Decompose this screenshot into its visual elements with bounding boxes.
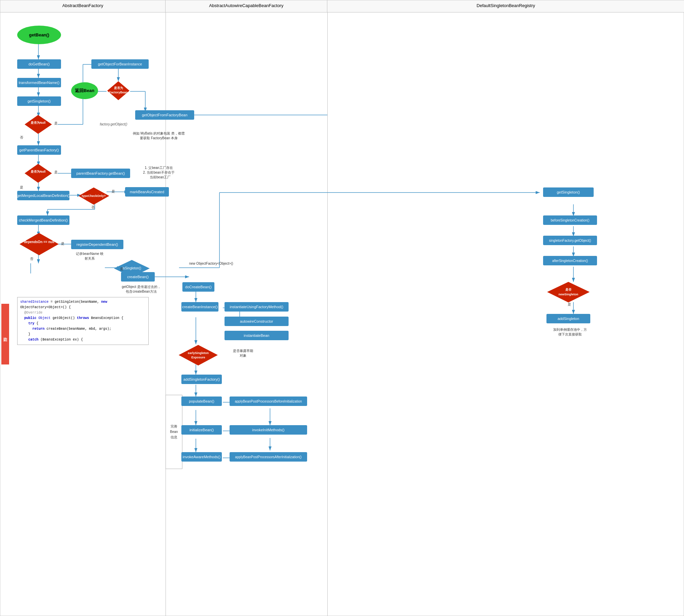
getBean-node: getBean() [17,26,61,44]
svg-marker-57 [25,164,52,183]
earlySingletonExposure-diamond: earlySingleton Exposure [178,344,218,366]
newObjectFactory-label: new ObjectFactory<Object>() [189,262,233,265]
svg-text:earlySingleton: earlySingleton [188,351,209,355]
svg-marker-61 [20,233,59,255]
getObjectFromFactoryBean-node: getObjectFromFactoryBean [135,110,194,120]
markBeanAsCreated-node: markBeanAsCreated [125,187,169,197]
doCreateBean-node: doCreateBean() [182,282,214,292]
createBean-node: createBean() [121,272,155,282]
isNull1-no-label: 否 [20,135,23,140]
getSingleton1-node: getSingleton() [17,96,61,106]
applyBefore-node: applyBeanPostProcessorsBeforeInitializat… [229,396,307,406]
column-headers: AbstractBeanFactory AbstractAutowireCapa… [0,0,684,13]
svg-text:是否为Null: 是否为Null [31,170,45,173]
col1-header: AbstractBeanFactory [0,0,166,12]
transformedBeanName-node: transformedBeanName() [17,78,61,87]
beforeSingletonCreation-node: beforeSingletonCreation() [543,216,597,225]
createBeanInstance-node: createBeanInstance() [181,302,218,311]
col-divider-2 [327,13,328,616]
autowireConstructor-node: autowireConstructor [224,316,289,326]
factoryBean-note: 例如 MyBatis 的对象包装 类，都需要获取 FactoryBean 本身 [132,131,186,140]
svg-marker-55 [25,115,52,134]
isFactoryBean-diamond: 是否为 FactoryBean [107,81,130,101]
col-divider-1 [166,13,166,616]
isNull2-yes-label: 是 [54,170,58,175]
completeBeanInfo-label: 完善Bean信息 [166,395,182,469]
invokeInitMethods-node: invokeInitMethods() [229,425,307,435]
getObjectForBeanInstance-node: getObjectForBeanInstance [91,59,149,69]
isNull2-diamond: 是否为Null [24,163,52,183]
col2-header: AbstractAutowireCapableBeanFactory [166,0,327,12]
isNewSingleton-yes-label: 是 [568,302,571,307]
dependsOn-diamond: dependsOn == null [19,232,59,256]
addSingleton-node: addSingleton [547,314,590,323]
dependsOn-yes-label: 是 [61,241,64,246]
svg-text:newSingleton: newSingleton [558,293,578,296]
svg-text:FactoryBean: FactoryBean [109,91,128,94]
registerDependentBean-node: registerDependentBean() [71,240,124,249]
parentBean-note: 1. 父bean工厂存在2. 当前bean不存在于 当前bean工厂 [133,166,184,180]
svg-text:是否: 是否 [565,288,572,291]
side-label: 防盗 [1,304,9,365]
parentBeanFactoryGetBean-node: parentBeanFactory.getBean() [71,169,130,178]
instantiateBean-node: instantiateBean [224,331,289,340]
col3-header: DefaultSingletonBeanRegistry [327,0,684,12]
svg-text:isSingleton(): isSingleton() [123,266,141,270]
isNull2-no-label: 是 [20,185,23,190]
doGetBean-node: doGetBean() [17,59,61,69]
main-container: AbstractBeanFactory AbstractAutowireCapa… [0,0,684,616]
getParentBeanFactory-node: getParentBeanFactory() [17,145,61,155]
instantiateUsingFactoryMethod-node: instantiateUsingFactoryMethod() [224,302,289,311]
svg-marker-68 [547,282,590,303]
applyAfter-node: applyBeanPostProcessorsAfterInitializati… [229,452,307,462]
svg-text:是否为Null: 是否为Null [31,121,45,125]
returnBean-node: 返回Bean [71,82,98,99]
checkMergedBeanDefinition-node: checkMergedBeanDefinition() [17,216,69,225]
initializeBean-node: initializeBean() [181,425,222,435]
factoryGetObject-label: factory.getObject() [100,123,128,126]
dependsOn-no-label: 否 [30,257,34,261]
addSingletonFactory-node: addSingletonFactory() [181,375,222,384]
typeCheckOnly-yes-label: 是 [112,189,115,194]
isNull1-yes-label: 是 [54,121,58,126]
typeCheckOnly-diamond: typeCheckOnly? [78,187,110,205]
singletonFactoryGetObject-node: singletonFactory.getObject() [543,236,597,245]
isNewSingleton-diamond: 是否 newSingleton [547,281,590,303]
code-block: sharedInstance = getSingleton(beanName, … [17,297,149,345]
svg-text:dependsOn == null: dependsOn == null [24,240,54,244]
beanName-note: 记录beanName 映射关系 [71,251,108,261]
getObject-note: getObject 是传递过去的，包含createBean方法 [121,285,161,294]
svg-text:Exposure: Exposure [191,356,205,359]
svg-text:typeCheckOnly?: typeCheckOnly? [82,194,106,198]
isNull1-diamond: 是否为Null [24,114,52,134]
isSingleton-yes-label: 是 [120,267,124,271]
populateBean-node: populateBean() [181,396,222,406]
afterSingletonCreation-node: afterSingletonCreation() [543,256,597,265]
getMergedLocalBeanDefinition-node: getMergedLocalBeanDefinition() [17,191,69,200]
typeCheckOnly-no-label: 否 [91,205,95,210]
addSingleton-note: 加到单例缓存池中，方便下次直接获取 [536,327,604,337]
svg-text:是否为: 是否为 [114,86,123,90]
getSingleton2-node: getSingleton() [543,188,594,197]
invokeAwareMethods-node: invokeAwareMethods() [181,452,222,462]
svg-marker-65 [179,345,218,366]
isEarly-note: 是否暴露早期对象 [224,349,262,358]
